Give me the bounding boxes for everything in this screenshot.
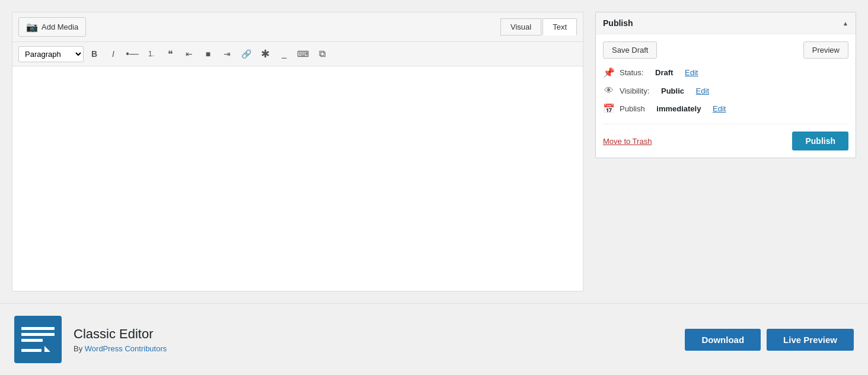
link-button[interactable]: 🔗 <box>238 46 254 62</box>
publish-time-label: Publish <box>620 104 645 113</box>
plugin-icon-line-2 <box>21 333 55 336</box>
visibility-icon: 👁 <box>603 85 615 96</box>
plugin-name: Classic Editor <box>74 326 167 342</box>
align-left-button[interactable]: ⇤ <box>181 46 197 62</box>
plugin-author-link[interactable]: WordPress Contributors <box>85 344 167 353</box>
sidebar-panel: Publish ▲ Save Draft Preview 📌 Status: <box>595 12 856 291</box>
fullscreen-button[interactable]: ⧉ <box>314 46 330 62</box>
editor-toolbar: Paragraph Heading 1 Heading 2 Heading 3 … <box>12 42 583 66</box>
visibility-row: 👁 Visibility: Public Edit <box>603 85 848 96</box>
special-chars-icon: ✱ <box>261 47 270 60</box>
bold-button[interactable]: B <box>86 46 103 62</box>
visibility-edit-button[interactable]: Edit <box>696 86 709 95</box>
editor-content-area[interactable] <box>12 66 583 291</box>
save-draft-button[interactable]: Save Draft <box>603 41 657 59</box>
align-right-button[interactable]: ⇥ <box>219 46 235 62</box>
editor-area: 📷 Add Media Visual Text Paragraph Headin… <box>0 0 868 303</box>
tab-visual[interactable]: Visual <box>500 18 541 36</box>
plugin-icon-line-3 <box>21 339 43 342</box>
italic-button[interactable]: I <box>105 46 122 62</box>
publish-footer: Move to Trash Publish <box>603 124 848 150</box>
publish-time-edit-button[interactable]: Edit <box>713 104 726 113</box>
keyboard-icon: ⌨ <box>297 49 309 59</box>
align-right-icon: ⇥ <box>224 49 231 59</box>
editor-panel: 📷 Add Media Visual Text Paragraph Headin… <box>12 12 583 291</box>
status-row: 📌 Status: Draft Edit <box>603 67 848 78</box>
align-left-icon: ⇤ <box>186 49 193 59</box>
align-center-icon: ■ <box>206 49 210 59</box>
move-to-trash-button[interactable]: Move to Trash <box>603 137 652 146</box>
collapse-icon[interactable]: ▲ <box>843 20 848 27</box>
blockquote-icon: ❝ <box>168 49 173 60</box>
add-media-icon: 📷 <box>26 21 38 33</box>
calendar-icon: 📅 <box>603 103 615 114</box>
italic-icon: I <box>112 49 114 59</box>
fullscreen-icon: ⧉ <box>319 49 326 59</box>
horizontal-rule-icon: ⎯ <box>282 49 286 59</box>
horizontal-rule-button[interactable]: ⎯ <box>276 46 292 62</box>
publish-time-row: 📅 Publish immediately Edit <box>603 103 848 114</box>
plugin-icon-line-4 <box>21 349 42 352</box>
publish-button[interactable]: Publish <box>792 132 848 150</box>
live-preview-button[interactable]: Live Preview <box>767 329 854 351</box>
publish-header: Publish ▲ <box>596 12 856 34</box>
plugin-area: Classic Editor By WordPress Contributors… <box>0 303 868 375</box>
bold-icon: B <box>91 49 97 59</box>
status-value: Draft <box>655 68 673 77</box>
format-select[interactable]: Paragraph Heading 1 Heading 2 Heading 3 … <box>18 46 84 62</box>
plugin-info: Classic Editor By WordPress Contributors <box>14 316 167 363</box>
publish-box: Publish ▲ Save Draft Preview 📌 Status: <box>595 12 856 158</box>
special-chars-button[interactable]: ✱ <box>257 46 273 62</box>
editor-topbar: 📷 Add Media Visual Text <box>12 12 583 42</box>
unordered-list-icon: •— <box>126 49 139 59</box>
publish-box-title: Publish <box>603 18 633 28</box>
plugin-by: By WordPress Contributors <box>74 344 167 353</box>
plugin-actions: Download Live Preview <box>685 329 854 351</box>
download-button[interactable]: Download <box>685 329 761 351</box>
publish-body: Save Draft Preview 📌 Status: Draft Edit <box>596 34 856 158</box>
plugin-icon-corner <box>44 346 50 352</box>
publish-time-value: immediately <box>656 104 701 113</box>
status-edit-button[interactable]: Edit <box>685 68 698 77</box>
tab-text[interactable]: Text <box>542 18 577 36</box>
ordered-list-button[interactable]: 1. <box>143 46 159 62</box>
unordered-list-button[interactable]: •— <box>124 46 141 62</box>
ordered-list-icon: 1. <box>148 50 154 58</box>
status-icon: 📌 <box>603 67 615 78</box>
view-tabs: Visual Text <box>500 18 577 36</box>
add-media-button[interactable]: 📷 Add Media <box>18 17 86 37</box>
plugin-icon-line-1 <box>21 327 55 330</box>
status-label: Status: <box>620 68 643 77</box>
add-media-label: Add Media <box>42 23 78 31</box>
visibility-value: Public <box>661 86 684 95</box>
visibility-label: Visibility: <box>620 86 649 95</box>
publish-meta: 📌 Status: Draft Edit 👁 Visibility: Publi… <box>603 67 848 114</box>
keyboard-shortcut-button[interactable]: ⌨ <box>295 46 311 62</box>
publish-actions-row: Save Draft Preview <box>603 41 848 59</box>
by-label: By <box>74 344 82 353</box>
link-icon: 🔗 <box>241 49 251 59</box>
plugin-icon <box>14 316 62 363</box>
blockquote-button[interactable]: ❝ <box>162 46 178 62</box>
preview-button[interactable]: Preview <box>803 41 848 59</box>
align-center-button[interactable]: ■ <box>200 46 216 62</box>
plugin-text-info: Classic Editor By WordPress Contributors <box>74 326 167 353</box>
